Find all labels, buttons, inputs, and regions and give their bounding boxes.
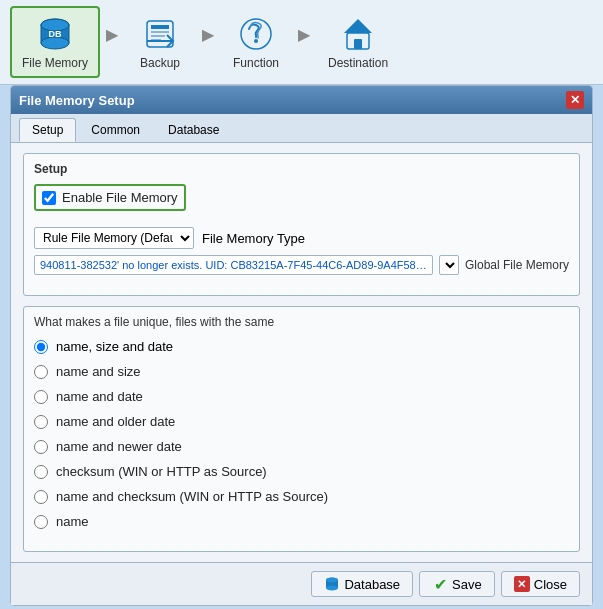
rule-select[interactable]: Rule File Memory (Default) <box>34 227 194 249</box>
svg-point-19 <box>326 578 338 583</box>
dialog-close-button[interactable]: ✕ <box>566 91 584 109</box>
radio-name-older-date[interactable]: name and older date <box>34 414 569 429</box>
radio-checksum-label: checksum (WIN or HTTP as Source) <box>56 464 267 479</box>
svg-point-18 <box>326 586 338 591</box>
radio-name-newer-date[interactable]: name and newer date <box>34 439 569 454</box>
database-button-label: Database <box>344 577 400 592</box>
radio-name-size-date[interactable]: name, size and date <box>34 339 569 354</box>
uuid-row: 940811-382532' no longer exists. UID: CB… <box>34 255 569 275</box>
tab-common[interactable]: Common <box>78 118 153 142</box>
enable-file-memory-row[interactable]: Enable File Memory <box>34 184 186 211</box>
uniqueness-title: What makes a file unique, files with the… <box>34 315 569 329</box>
close-button-label: Close <box>534 577 567 592</box>
toolbar: DB File Memory ▶ Backup ▶ <box>0 0 603 85</box>
radio-name-newer-date-input[interactable] <box>34 440 48 454</box>
radio-name-only-label: name <box>56 514 89 529</box>
radio-name-only-input[interactable] <box>34 515 48 529</box>
uuid-input[interactable]: 940811-382532' no longer exists. UID: CB… <box>34 255 433 275</box>
radio-checksum[interactable]: checksum (WIN or HTTP as Source) <box>34 464 569 479</box>
toolbar-file-memory-label: File Memory <box>22 56 88 70</box>
radio-checksum-input[interactable] <box>34 465 48 479</box>
radio-name-newer-date-label: name and newer date <box>56 439 182 454</box>
toolbar-file-memory[interactable]: DB File Memory <box>10 6 100 78</box>
toolbar-function[interactable]: Function <box>220 6 292 78</box>
dialog-title: File Memory Setup <box>19 93 135 108</box>
radio-name-older-date-label: name and older date <box>56 414 175 429</box>
database-icon <box>324 576 340 592</box>
global-file-memory-label: Global File Memory <box>465 258 569 272</box>
function-icon <box>236 14 276 54</box>
svg-point-12 <box>254 39 258 43</box>
svg-marker-14 <box>344 19 372 33</box>
arrow-2: ▶ <box>202 25 214 60</box>
close-icon: ✕ <box>514 576 530 592</box>
radio-name-size-label: name and size <box>56 364 141 379</box>
tab-database[interactable]: Database <box>155 118 232 142</box>
enable-file-memory-checkbox[interactable] <box>42 191 56 205</box>
uniqueness-section: What makes a file unique, files with the… <box>23 306 580 552</box>
dialog-content: Setup Enable File Memory Rule File Memor… <box>11 143 592 562</box>
file-memory-icon: DB <box>35 14 75 54</box>
radio-name-size[interactable]: name and size <box>34 364 569 379</box>
rule-dropdown-row: Rule File Memory (Default) File Memory T… <box>34 227 569 249</box>
radio-name-only[interactable]: name <box>34 514 569 529</box>
radio-name-date-label: name and date <box>56 389 143 404</box>
save-button[interactable]: ✔ Save <box>419 571 495 597</box>
radio-name-checksum-input[interactable] <box>34 490 48 504</box>
save-icon: ✔ <box>432 576 448 592</box>
radio-name-date[interactable]: name and date <box>34 389 569 404</box>
toolbar-backup-label: Backup <box>140 56 180 70</box>
toolbar-backup[interactable]: Backup <box>124 6 196 78</box>
dialog-footer: Database ✔ Save ✕ Close <box>11 562 592 605</box>
backup-icon <box>140 14 180 54</box>
svg-rect-7 <box>151 31 169 33</box>
radio-name-older-date-input[interactable] <box>34 415 48 429</box>
svg-rect-5 <box>147 21 173 47</box>
save-button-label: Save <box>452 577 482 592</box>
svg-text:DB: DB <box>49 29 62 39</box>
radio-name-date-input[interactable] <box>34 390 48 404</box>
setup-section-title: Setup <box>34 162 569 176</box>
arrow-1: ▶ <box>106 25 118 60</box>
dialog-tabs: Setup Common Database <box>11 114 592 143</box>
uuid-dropdown[interactable] <box>439 255 459 275</box>
toolbar-function-label: Function <box>233 56 279 70</box>
radio-name-checksum[interactable]: name and checksum (WIN or HTTP as Source… <box>34 489 569 504</box>
close-button[interactable]: ✕ Close <box>501 571 580 597</box>
svg-rect-6 <box>151 25 169 29</box>
svg-rect-15 <box>354 39 362 49</box>
radio-name-checksum-label: name and checksum (WIN or HTTP as Source… <box>56 489 328 504</box>
tab-setup[interactable]: Setup <box>19 118 76 142</box>
arrow-3: ▶ <box>298 25 310 60</box>
enable-file-memory-label: Enable File Memory <box>62 190 178 205</box>
radio-name-size-date-label: name, size and date <box>56 339 173 354</box>
file-memory-type-label: File Memory Type <box>202 231 305 246</box>
database-button[interactable]: Database <box>311 571 413 597</box>
setup-section: Setup Enable File Memory Rule File Memor… <box>23 153 580 296</box>
destination-icon <box>338 14 378 54</box>
file-memory-dialog: File Memory Setup ✕ Setup Common Databas… <box>10 85 593 606</box>
radio-name-size-input[interactable] <box>34 365 48 379</box>
toolbar-destination[interactable]: Destination <box>316 6 400 78</box>
svg-rect-8 <box>151 35 165 37</box>
radio-name-size-date-input[interactable] <box>34 340 48 354</box>
dialog-title-bar: File Memory Setup ✕ <box>11 86 592 114</box>
toolbar-destination-label: Destination <box>328 56 388 70</box>
